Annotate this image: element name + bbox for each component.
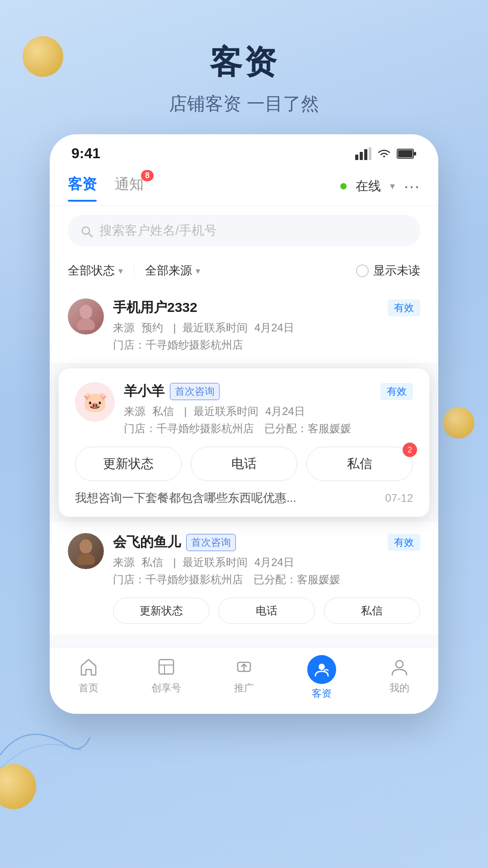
filter-unread[interactable]: 显示未读 — [356, 263, 420, 278]
svg-point-11 — [80, 539, 92, 554]
message-badge: 2 — [403, 443, 417, 457]
filter-status-btn[interactable]: 全部状态 ▾ — [68, 263, 123, 278]
svg-rect-5 — [414, 152, 416, 156]
decorative-orb-right — [443, 407, 474, 439]
customer-shop-3: 门店：千寻婚纱摄影杭州店 已分配：客服媛媛 — [113, 572, 420, 587]
search-icon — [80, 223, 93, 238]
message-btn[interactable]: 私信 2 — [306, 447, 413, 481]
status-time: 9:41 — [71, 145, 100, 162]
svg-rect-0 — [355, 155, 358, 160]
svg-rect-3 — [369, 147, 371, 160]
page-title: 客资 — [0, 41, 488, 84]
status-bar: 9:41 — [50, 134, 438, 167]
customer-info-3: 会飞的鱼儿 首次咨询 有效 来源 私信 | 最近联系时间 4月24日 门 — [113, 533, 420, 624]
customer-name-1: 手机用户2332 — [113, 298, 197, 317]
svg-point-12 — [77, 553, 95, 565]
customer-meta-1: 来源 预约 | 最近联系时间 4月24日 — [113, 321, 420, 335]
avatar-3 — [68, 533, 104, 569]
update-status-btn-3[interactable]: 更新状态 — [113, 598, 209, 624]
svg-rect-6 — [398, 150, 413, 157]
customer-info-2: 羊小羊 首次咨询 有效 来源 私信 | 最近联系时间 4月24日 门店： — [124, 382, 413, 436]
customer-card-expanded[interactable]: 🐷 羊小羊 首次咨询 有效 来源 私信 | 最近联系时间 4月24日 — [59, 368, 429, 517]
search-bar: 搜索客户姓名/手机号 — [50, 206, 438, 255]
customer-list: 手机用户2332 有效 来源 预约 | 最近联系时间 4月24日 门店：千寻婚纱… — [50, 288, 438, 647]
online-label: 在线 — [356, 178, 381, 195]
customer-status-tag-2: 有效 — [380, 383, 413, 400]
nav-item-home[interactable]: 首页 — [50, 655, 127, 700]
nav-label-profile: 我的 — [389, 681, 409, 695]
customer-card-1[interactable]: 手机用户2332 有效 来源 预约 | 最近联系时间 4月24日 门店：千寻婚纱… — [50, 288, 438, 363]
page-subtitle: 店铺客资 一目了然 — [0, 91, 488, 116]
profile-icon — [388, 655, 411, 679]
more-options-icon[interactable]: ··· — [404, 177, 420, 196]
search-input-wrap[interactable]: 搜索客户姓名/手机号 — [68, 215, 420, 246]
nav-item-promote[interactable]: 推广 — [205, 655, 283, 700]
customer-info-1: 手机用户2332 有效 来源 预约 | 最近联系时间 4月24日 门店：千寻婚纱… — [113, 298, 420, 352]
decorative-orb-bottom-left — [0, 764, 36, 809]
customer-first-tag-2: 首次咨询 — [170, 383, 220, 400]
tab-kezi[interactable]: 客资 — [68, 175, 97, 198]
message-btn-3[interactable]: 私信 — [324, 598, 420, 624]
phone-btn[interactable]: 电话 — [191, 447, 297, 481]
promote-icon — [232, 655, 256, 679]
nav-tabs: 客资 通知 8 在线 ▾ ··· — [50, 167, 438, 206]
nav-item-creative[interactable]: 创享号 — [127, 655, 205, 700]
svg-rect-1 — [360, 152, 363, 160]
customer-meta-3: 来源 私信 | 最近联系时间 4月24日 — [113, 555, 420, 570]
creative-icon — [155, 655, 178, 679]
battery-icon — [397, 148, 417, 160]
expanded-header: 🐷 羊小羊 首次咨询 有效 来源 私信 | 最近联系时间 4月24日 — [75, 382, 413, 436]
filter-source-chevron-icon: ▾ — [196, 265, 200, 276]
avatar-1 — [68, 298, 104, 335]
customer-status-tag-1: 有效 — [388, 299, 420, 316]
online-chevron-icon[interactable]: ▾ — [390, 180, 395, 192]
customer-name-3: 会飞的鱼儿 — [113, 533, 181, 552]
bottom-nav: 首页 创享号 — [50, 647, 438, 714]
svg-point-19 — [396, 660, 403, 668]
nav-item-customer[interactable]: 客资 — [283, 655, 361, 700]
customer-icon-active — [307, 655, 336, 684]
nav-label-promote: 推广 — [234, 681, 254, 695]
svg-rect-13 — [159, 660, 174, 674]
nav-item-profile[interactable]: 我的 — [361, 655, 438, 700]
svg-line-8 — [89, 233, 92, 237]
message-text: 我想咨询一下套餐都包含哪些东西呢优惠... — [75, 490, 378, 506]
customer-first-tag-3: 首次咨询 — [186, 534, 236, 551]
page-header: 客资 店铺客资 一目了然 — [0, 0, 488, 134]
customer-status-tag-3: 有效 — [388, 534, 420, 551]
decorative-orb-top-left — [23, 36, 63, 77]
avatar-sheep: 🐷 — [75, 382, 115, 422]
online-indicator — [340, 183, 347, 189]
action-buttons-3: 更新状态 电话 私信 — [113, 598, 420, 624]
wifi-icon — [376, 147, 392, 160]
signal-icon — [355, 147, 371, 160]
customer-meta-2: 来源 私信 | 最近联系时间 4月24日 — [124, 404, 413, 419]
svg-point-10 — [77, 318, 95, 330]
update-status-btn[interactable]: 更新状态 — [75, 447, 182, 481]
home-icon — [77, 655, 100, 679]
status-icons — [355, 147, 417, 160]
phone-btn-3[interactable]: 电话 — [218, 598, 314, 624]
filter-source-btn[interactable]: 全部来源 ▾ — [145, 263, 200, 278]
filter-divider — [134, 264, 134, 277]
message-time: 07-12 — [385, 492, 413, 505]
message-preview: 我想咨询一下套餐都包含哪些东西呢优惠... 07-12 — [75, 490, 413, 506]
tab-tongzhi[interactable]: 通知 8 — [115, 175, 144, 198]
customer-name-2: 羊小羊 — [124, 382, 164, 401]
search-input[interactable]: 搜索客户姓名/手机号 — [99, 222, 217, 239]
nav-right: 在线 ▾ ··· — [340, 177, 420, 196]
customer-card-3[interactable]: 会飞的鱼儿 首次咨询 有效 来源 私信 | 最近联系时间 4月24日 门 — [50, 522, 438, 635]
filter-status-chevron-icon: ▾ — [118, 265, 123, 276]
svg-point-9 — [80, 305, 92, 319]
action-buttons: 更新状态 电话 私信 2 — [75, 447, 413, 481]
nav-label-customer: 客资 — [312, 687, 332, 700]
svg-point-18 — [319, 664, 325, 670]
phone-mockup: 9:41 — [50, 134, 438, 714]
svg-rect-2 — [364, 149, 367, 160]
unread-radio[interactable] — [356, 264, 369, 277]
customer-shop-2: 门店：千寻婚纱摄影杭州店 已分配：客服媛媛 — [124, 421, 413, 436]
filter-row: 全部状态 ▾ 全部来源 ▾ 显示未读 — [50, 255, 438, 288]
notification-badge: 8 — [141, 170, 154, 181]
nav-label-creative: 创享号 — [151, 681, 181, 695]
customer-shop-1: 门店：千寻婚纱摄影杭州店 — [113, 338, 420, 352]
